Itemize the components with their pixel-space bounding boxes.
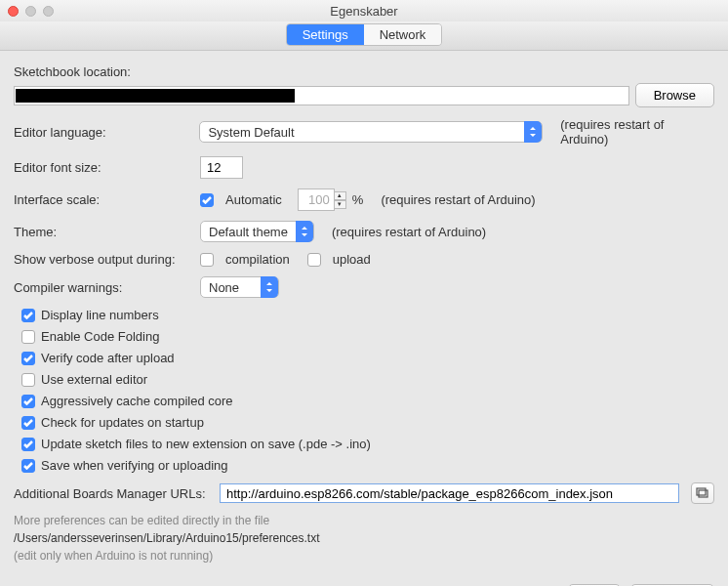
editor-font-size-input[interactable]: [200, 156, 243, 179]
window-icon: [696, 487, 709, 499]
preferences-checklist: Display line numbersEnable Code FoldingV…: [14, 308, 714, 473]
compiler-warnings-label: Compiler warnings:: [14, 280, 194, 295]
additional-urls-input[interactable]: [220, 483, 679, 503]
browse-button[interactable]: Browse: [635, 83, 714, 107]
theme-hint: (requires restart of Arduino): [332, 225, 486, 239]
interface-scale-spinner[interactable]: ▴▾: [298, 188, 346, 211]
verbose-label: Show verbose output during:: [14, 252, 194, 267]
pref-checkbox-5[interactable]: [21, 416, 35, 430]
spinner-down-icon[interactable]: ▾: [334, 200, 346, 209]
compiler-warnings-value: None: [209, 280, 239, 295]
footer-line1: More preferences can be edited directly …: [14, 512, 714, 529]
pref-checkbox-3[interactable]: [21, 373, 35, 387]
upload-checkbox[interactable]: [307, 253, 321, 267]
dialog-buttons: Ok Annuller: [0, 572, 728, 586]
compilation-checkbox[interactable]: [200, 253, 214, 267]
pref-label-7: Save when verifying or uploading: [41, 458, 228, 473]
pref-label-6: Update sketch files to new extension on …: [41, 437, 371, 451]
chevron-updown-icon: [524, 121, 542, 143]
pref-checkbox-1[interactable]: [21, 330, 35, 344]
pref-checkbox-0[interactable]: [21, 309, 35, 322]
pref-checkbox-7[interactable]: [21, 459, 35, 473]
interface-scale-hint: (requires restart of Arduino): [381, 192, 535, 207]
theme-value: Default theme: [209, 225, 288, 239]
pref-row-3: Use external editor: [14, 372, 714, 387]
pref-label-2: Verify code after upload: [41, 351, 175, 365]
sketchbook-location-value: [16, 89, 295, 103]
theme-label: Theme:: [14, 225, 194, 239]
svg-rect-0: [699, 490, 708, 497]
pref-checkbox-4[interactable]: [21, 395, 35, 408]
pref-row-1: Enable Code Folding: [14, 329, 714, 344]
interface-scale-input[interactable]: [298, 188, 335, 211]
tabbar: Settings Network: [0, 21, 728, 51]
pref-row-5: Check for updates on startup: [14, 415, 714, 430]
pref-label-0: Display line numbers: [41, 308, 159, 322]
theme-select[interactable]: Default theme: [200, 221, 314, 242]
titlebar: Egenskaber: [0, 0, 728, 21]
editor-language-hint: (requires restart of Arduino): [560, 117, 714, 146]
sketchbook-label: Sketchbook location:: [14, 64, 131, 79]
pref-row-0: Display line numbers: [14, 308, 714, 322]
pref-label-3: Use external editor: [41, 372, 147, 387]
open-urls-dialog-button[interactable]: [691, 482, 714, 504]
pref-label-1: Enable Code Folding: [41, 329, 159, 344]
pref-row-4: Aggressively cache compiled core: [14, 394, 714, 408]
window-title: Egenskaber: [0, 4, 728, 19]
pref-row-7: Save when verifying or uploading: [14, 458, 714, 473]
tab-network[interactable]: Network: [364, 24, 442, 45]
additional-urls-label: Additional Boards Manager URLs:: [14, 486, 214, 501]
sketchbook-location-input[interactable]: [14, 86, 629, 105]
footer-line3: (edit only when Arduino is not running): [14, 547, 714, 565]
compiler-warnings-select[interactable]: None: [200, 276, 279, 298]
compilation-label: compilation: [225, 252, 290, 267]
editor-language-select[interactable]: System Default: [199, 121, 543, 143]
editor-language-label: Editor language:: [14, 125, 193, 140]
editor-language-value: System Default: [208, 125, 294, 140]
percent-label: %: [352, 192, 364, 207]
automatic-checkbox[interactable]: [200, 193, 214, 207]
pref-row-6: Update sketch files to new extension on …: [14, 437, 714, 451]
interface-scale-label: Interface scale:: [14, 192, 194, 207]
spinner-up-icon[interactable]: ▴: [334, 191, 346, 200]
pref-label-4: Aggressively cache compiled core: [41, 394, 233, 408]
tab-settings[interactable]: Settings: [287, 24, 364, 45]
pref-checkbox-2[interactable]: [21, 352, 35, 365]
chevron-updown-icon: [296, 221, 313, 242]
chevron-updown-icon: [261, 276, 278, 298]
upload-label: upload: [333, 252, 371, 267]
footer-path: /Users/andersseverinsen/Library/Arduino1…: [14, 529, 714, 547]
pref-row-2: Verify code after upload: [14, 351, 714, 365]
pref-label-5: Check for updates on startup: [41, 415, 204, 430]
editor-font-label: Editor font size:: [14, 160, 194, 175]
pref-checkbox-6[interactable]: [21, 438, 35, 451]
footer-info: More preferences can be edited directly …: [14, 512, 714, 565]
svg-rect-1: [697, 488, 706, 495]
automatic-label: Automatic: [225, 192, 282, 207]
